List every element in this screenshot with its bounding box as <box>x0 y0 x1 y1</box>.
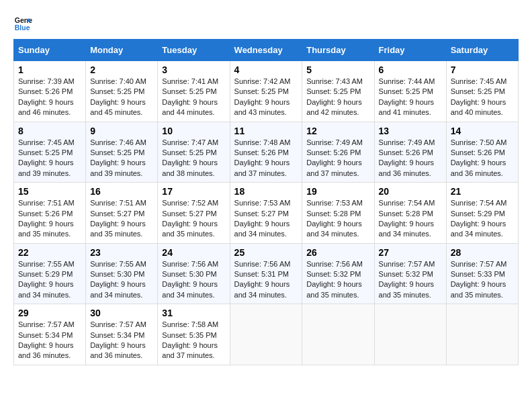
calendar-day-cell: 14 Sunrise: 7:50 AM Sunset: 5:26 PM Dayl… <box>446 122 518 183</box>
sunset-text: Sunset: 5:32 PM <box>379 270 433 278</box>
day-info: Sunrise: 7:57 AM Sunset: 5:34 PM Dayligh… <box>90 320 153 361</box>
day-info: Sunrise: 7:54 AM Sunset: 5:29 PM Dayligh… <box>451 198 514 240</box>
calendar-day-cell: 2 Sunrise: 7:40 AM Sunset: 5:25 PM Dayli… <box>86 61 158 122</box>
sunset-text: Sunset: 5:30 PM <box>162 270 216 278</box>
daylight-text: Daylight: 9 hours and 36 minutes. <box>379 158 435 177</box>
daylight-text: Daylight: 9 hours and 46 minutes. <box>18 98 74 116</box>
day-number: 28 <box>451 247 514 258</box>
day-number: 19 <box>306 186 369 197</box>
day-info: Sunrise: 7:44 AM Sunset: 5:25 PM Dayligh… <box>379 77 442 118</box>
calendar-day-cell: 7 Sunrise: 7:45 AM Sunset: 5:25 PM Dayli… <box>446 61 518 122</box>
day-number: 25 <box>234 247 298 258</box>
sunset-text: Sunset: 5:27 PM <box>234 210 289 218</box>
sunset-text: Sunset: 5:26 PM <box>234 148 289 156</box>
calendar-day-cell <box>374 304 446 365</box>
daylight-text: Daylight: 9 hours and 36 minutes. <box>18 341 74 359</box>
sunset-text: Sunset: 5:25 PM <box>162 87 216 95</box>
day-number: 15 <box>18 186 81 197</box>
sunset-text: Sunset: 5:28 PM <box>306 210 361 218</box>
sunrise-text: Sunrise: 7:42 AM <box>234 77 291 85</box>
daylight-text: Daylight: 9 hours and 34 minutes. <box>18 280 74 298</box>
day-number: 18 <box>234 186 298 197</box>
weekday-header: Sunday <box>14 40 86 61</box>
sunrise-text: Sunrise: 7:56 AM <box>234 260 291 268</box>
sunrise-text: Sunrise: 7:50 AM <box>451 138 507 146</box>
calendar-day-cell: 30 Sunrise: 7:57 AM Sunset: 5:34 PM Dayl… <box>86 304 158 365</box>
daylight-text: Daylight: 9 hours and 34 minutes. <box>379 220 435 238</box>
daylight-text: Daylight: 9 hours and 39 minutes. <box>90 158 146 177</box>
day-number: 12 <box>306 126 369 136</box>
day-number: 16 <box>90 186 153 197</box>
calendar-day-cell: 26 Sunrise: 7:56 AM Sunset: 5:32 PM Dayl… <box>302 243 374 304</box>
calendar-day-cell: 11 Sunrise: 7:48 AM Sunset: 5:26 PM Dayl… <box>230 122 302 183</box>
day-info: Sunrise: 7:45 AM Sunset: 5:25 PM Dayligh… <box>451 77 514 118</box>
day-info: Sunrise: 7:53 AM Sunset: 5:28 PM Dayligh… <box>306 198 369 240</box>
sunset-text: Sunset: 5:26 PM <box>451 148 505 156</box>
calendar-day-cell: 31 Sunrise: 7:58 AM Sunset: 5:35 PM Dayl… <box>158 304 230 365</box>
day-info: Sunrise: 7:46 AM Sunset: 5:25 PM Dayligh… <box>90 138 153 179</box>
calendar-day-cell <box>446 304 518 365</box>
calendar-day-cell: 1 Sunrise: 7:39 AM Sunset: 5:26 PM Dayli… <box>14 61 86 122</box>
calendar-header: SundayMondayTuesdayWednesdayThursdayFrid… <box>14 40 519 61</box>
day-info: Sunrise: 7:52 AM Sunset: 5:27 PM Dayligh… <box>162 198 225 240</box>
sunset-text: Sunset: 5:30 PM <box>90 270 144 278</box>
day-info: Sunrise: 7:57 AM Sunset: 5:34 PM Dayligh… <box>18 320 81 361</box>
sunrise-text: Sunrise: 7:56 AM <box>306 260 363 268</box>
daylight-text: Daylight: 9 hours and 37 minutes. <box>234 158 290 177</box>
day-number: 1 <box>18 64 81 75</box>
day-number: 23 <box>90 247 153 258</box>
sunrise-text: Sunrise: 7:43 AM <box>306 77 363 85</box>
sunrise-text: Sunrise: 7:41 AM <box>162 77 218 85</box>
daylight-text: Daylight: 9 hours and 39 minutes. <box>18 158 74 177</box>
calendar-week-row: 15 Sunrise: 7:51 AM Sunset: 5:26 PM Dayl… <box>14 183 519 244</box>
day-number: 21 <box>451 186 514 197</box>
calendar-day-cell: 19 Sunrise: 7:53 AM Sunset: 5:28 PM Dayl… <box>302 183 374 244</box>
calendar-day-cell: 18 Sunrise: 7:53 AM Sunset: 5:27 PM Dayl… <box>230 183 302 244</box>
calendar-day-cell: 8 Sunrise: 7:45 AM Sunset: 5:25 PM Dayli… <box>14 122 86 183</box>
day-number: 2 <box>90 64 153 75</box>
day-number: 17 <box>162 186 225 197</box>
sunrise-text: Sunrise: 7:54 AM <box>451 199 507 207</box>
calendar-day-cell <box>230 304 302 365</box>
sunset-text: Sunset: 5:25 PM <box>90 87 144 95</box>
day-number: 30 <box>90 308 153 318</box>
sunrise-text: Sunrise: 7:55 AM <box>18 260 75 268</box>
daylight-text: Daylight: 9 hours and 34 minutes. <box>451 220 506 238</box>
day-number: 3 <box>162 64 225 75</box>
calendar-day-cell: 29 Sunrise: 7:57 AM Sunset: 5:34 PM Dayl… <box>14 304 86 365</box>
day-info: Sunrise: 7:56 AM Sunset: 5:32 PM Dayligh… <box>306 259 369 301</box>
daylight-text: Daylight: 9 hours and 35 minutes. <box>90 220 146 238</box>
sunrise-text: Sunrise: 7:57 AM <box>90 320 146 328</box>
sunset-text: Sunset: 5:34 PM <box>18 331 73 339</box>
sunrise-text: Sunrise: 7:57 AM <box>379 260 435 268</box>
day-number: 8 <box>18 126 81 136</box>
sunrise-text: Sunrise: 7:58 AM <box>162 320 218 328</box>
calendar-week-row: 1 Sunrise: 7:39 AM Sunset: 5:26 PM Dayli… <box>14 61 519 122</box>
day-number: 4 <box>234 64 298 75</box>
day-info: Sunrise: 7:51 AM Sunset: 5:27 PM Dayligh… <box>90 198 153 240</box>
calendar-day-cell: 16 Sunrise: 7:51 AM Sunset: 5:27 PM Dayl… <box>86 183 158 244</box>
calendar-day-cell: 15 Sunrise: 7:51 AM Sunset: 5:26 PM Dayl… <box>14 183 86 244</box>
daylight-text: Daylight: 9 hours and 36 minutes. <box>90 341 146 359</box>
calendar-day-cell: 21 Sunrise: 7:54 AM Sunset: 5:29 PM Dayl… <box>446 183 518 244</box>
sunset-text: Sunset: 5:28 PM <box>379 210 433 218</box>
calendar-week-row: 29 Sunrise: 7:57 AM Sunset: 5:34 PM Dayl… <box>14 304 519 365</box>
day-number: 31 <box>162 308 225 318</box>
calendar-day-cell <box>302 304 374 365</box>
day-info: Sunrise: 7:56 AM Sunset: 5:30 PM Dayligh… <box>162 259 225 301</box>
sunrise-text: Sunrise: 7:51 AM <box>90 199 146 207</box>
daylight-text: Daylight: 9 hours and 37 minutes. <box>306 158 362 177</box>
day-info: Sunrise: 7:42 AM Sunset: 5:25 PM Dayligh… <box>234 77 298 118</box>
daylight-text: Daylight: 9 hours and 34 minutes. <box>162 280 218 298</box>
logo: General Blue <box>13 13 35 32</box>
calendar-table: SundayMondayTuesdayWednesdayThursdayFrid… <box>13 39 519 365</box>
sunrise-text: Sunrise: 7:39 AM <box>18 77 75 85</box>
sunset-text: Sunset: 5:25 PM <box>306 87 361 95</box>
sunset-text: Sunset: 5:27 PM <box>90 210 144 218</box>
day-info: Sunrise: 7:53 AM Sunset: 5:27 PM Dayligh… <box>234 198 298 240</box>
calendar-day-cell: 4 Sunrise: 7:42 AM Sunset: 5:25 PM Dayli… <box>230 61 302 122</box>
day-info: Sunrise: 7:57 AM Sunset: 5:33 PM Dayligh… <box>451 259 514 301</box>
sunrise-text: Sunrise: 7:53 AM <box>234 199 291 207</box>
daylight-text: Daylight: 9 hours and 37 minutes. <box>162 341 218 359</box>
day-info: Sunrise: 7:51 AM Sunset: 5:26 PM Dayligh… <box>18 198 81 240</box>
